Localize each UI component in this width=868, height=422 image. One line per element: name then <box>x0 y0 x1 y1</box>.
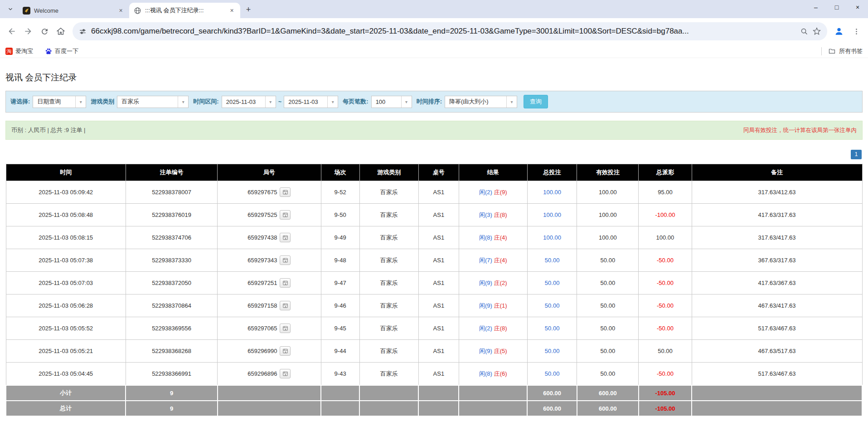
tab-title: Welcome <box>34 7 113 14</box>
cell-total-payout: -50.00 <box>639 249 692 272</box>
pagination-top: 1 <box>6 150 862 159</box>
page-1-button[interactable]: 1 <box>851 150 862 159</box>
total-bet-link[interactable]: 50.00 <box>545 302 560 309</box>
replay-video-icon[interactable] <box>280 346 291 356</box>
close-button[interactable]: × <box>847 0 868 15</box>
zoom-page-icon[interactable] <box>800 28 808 35</box>
col-header-note: 备注 <box>692 164 862 181</box>
table-row: 2025-11-03 05:07:38 522938373330 6592973… <box>6 249 862 272</box>
site-settings-icon[interactable] <box>79 28 87 35</box>
tab-bet-record[interactable]: :::视讯 会员下注纪录::: × <box>129 3 240 18</box>
tab-strip: Welcome × :::视讯 会员下注纪录::: × + – □ × <box>0 0 868 18</box>
subtotal-payout: -105.00 <box>639 385 692 401</box>
cell-bet-number: 522938372050 <box>126 272 217 294</box>
banker-result: 庄(1) <box>494 302 507 309</box>
tab-close-icon[interactable]: × <box>228 7 236 15</box>
per-page-value: 100 <box>372 98 401 105</box>
search-button[interactable]: 查询 <box>524 95 548 108</box>
replay-video-icon[interactable] <box>280 255 291 265</box>
per-page-select[interactable]: 100 ▾ <box>371 96 412 108</box>
cell-note: 317.63/417.63 <box>692 226 862 249</box>
cell-note: 417.63/317.63 <box>692 204 862 226</box>
query-mode-value: 日期查询 <box>33 98 75 106</box>
total-bet-link[interactable]: 100.00 <box>543 211 561 218</box>
cell-game-type: 百家乐 <box>359 294 418 317</box>
bookmarks-separator <box>821 47 822 55</box>
subtotal-count: 9 <box>126 385 217 401</box>
replay-video-icon[interactable] <box>280 278 291 288</box>
table-row: 2025-11-03 05:08:15 522938374706 6592974… <box>6 226 862 249</box>
address-bar[interactable]: 66cxkj98.com/game/betrecord_search/kind3… <box>73 22 827 40</box>
cell-round-number: 659297251 <box>218 272 321 294</box>
reload-icon[interactable] <box>36 23 53 39</box>
cell-round-number: 659297343 <box>218 249 321 272</box>
cell-total-bet: 50.00 <box>527 363 577 386</box>
total-bet-link[interactable]: 50.00 <box>545 257 560 264</box>
new-tab-button[interactable]: + <box>242 3 255 16</box>
date-end-select[interactable]: 2025-11-03 ▾ <box>284 96 338 108</box>
replay-video-icon[interactable] <box>280 324 291 333</box>
banker-result: 庄(8) <box>494 211 507 218</box>
banker-result: 庄(4) <box>494 234 507 241</box>
cell-valid-bet: 50.00 <box>577 294 639 317</box>
cell-game-type: 百家乐 <box>359 317 418 340</box>
cell-table-number: AS1 <box>418 340 459 363</box>
cell-time: 2025-11-03 05:06:28 <box>6 294 126 317</box>
replay-video-icon[interactable] <box>280 233 291 242</box>
profile-avatar-icon[interactable] <box>831 23 847 39</box>
player-result: 闲(8) <box>479 370 492 377</box>
total-bet-link[interactable]: 50.00 <box>545 325 560 332</box>
bookmark-taobao[interactable]: 淘 爱淘宝 <box>5 47 33 55</box>
player-result: 闲(7) <box>479 257 492 264</box>
cell-session: 9-48 <box>321 249 359 272</box>
all-bookmarks-button[interactable]: 所有书签 <box>828 47 863 55</box>
home-icon[interactable] <box>53 23 69 39</box>
cell-game-type: 百家乐 <box>359 204 418 226</box>
total-bet-link[interactable]: 50.00 <box>545 348 560 354</box>
total-bet-link[interactable]: 100.00 <box>543 189 561 196</box>
bookmark-star-icon[interactable] <box>813 27 821 35</box>
total-bet-link[interactable]: 50.00 <box>545 370 560 377</box>
date-end-value: 2025-11-03 <box>284 98 327 105</box>
table-row: 2025-11-03 05:09:42 522938378007 6592976… <box>6 181 862 204</box>
col-header-total-bet: 总投注 <box>527 164 577 181</box>
cell-time: 2025-11-03 05:07:03 <box>6 272 126 294</box>
back-icon[interactable] <box>4 23 20 39</box>
cell-note: 467.63/517.63 <box>692 340 862 363</box>
tab-close-icon[interactable]: × <box>117 7 125 15</box>
maximize-button[interactable]: □ <box>826 0 847 15</box>
cell-table-number: AS1 <box>418 181 459 204</box>
game-type-select[interactable]: 百家乐 ▾ <box>117 96 189 108</box>
replay-video-icon[interactable] <box>280 301 291 310</box>
sort-select[interactable]: 降幂(由大到小) ▾ <box>445 96 517 108</box>
cell-time: 2025-11-03 05:07:38 <box>6 249 126 272</box>
cell-total-payout: 50.00 <box>639 340 692 363</box>
tab-search-chevron-icon[interactable] <box>5 3 16 15</box>
cell-time: 2025-11-03 05:09:42 <box>6 181 126 204</box>
total-bet-link[interactable]: 100.00 <box>543 234 561 241</box>
cell-note: 317.63/412.63 <box>692 181 862 204</box>
replay-video-icon[interactable] <box>280 210 291 220</box>
replay-video-icon[interactable] <box>280 187 291 197</box>
folder-icon <box>828 47 836 55</box>
total-bet-link[interactable]: 50.00 <box>545 280 560 286</box>
cell-valid-bet: 50.00 <box>577 272 639 294</box>
query-mode-select[interactable]: 日期查询 ▾ <box>33 96 86 108</box>
url-text[interactable]: 66cxkj98.com/game/betrecord_search/kind3… <box>91 27 796 36</box>
replay-video-icon[interactable] <box>280 369 291 378</box>
menu-kebab-icon[interactable] <box>848 23 864 39</box>
tab-welcome[interactable]: Welcome × <box>18 3 129 18</box>
chevron-down-icon: ▾ <box>506 96 517 108</box>
cell-total-bet: 100.00 <box>527 226 577 249</box>
player-result: 闲(9) <box>479 348 492 354</box>
round-number-text: 659297675 <box>247 189 277 196</box>
cell-game-type: 百家乐 <box>359 363 418 386</box>
forward-icon[interactable] <box>20 23 36 39</box>
chevron-down-icon: ▾ <box>178 96 188 108</box>
minimize-button[interactable]: – <box>805 0 826 15</box>
bookmark-baidu[interactable]: 百度一下 <box>45 47 78 55</box>
cell-result: 闲(2)庄(9) <box>459 181 527 204</box>
cell-table-number: AS1 <box>418 272 459 294</box>
cell-total-bet: 50.00 <box>527 340 577 363</box>
date-start-select[interactable]: 2025-11-03 ▾ <box>222 96 276 108</box>
